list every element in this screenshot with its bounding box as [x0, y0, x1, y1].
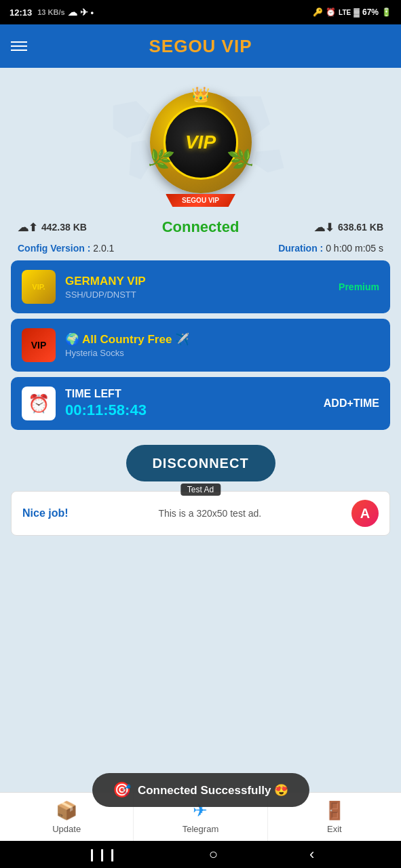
battery-percent: 67%	[362, 7, 379, 17]
medal-vip-text: VIP	[185, 132, 216, 153]
ad-label: Test Ad	[180, 484, 221, 496]
time-value: 00:11:58:43	[65, 401, 324, 419]
ad-description: This is a 320x50 test ad.	[75, 508, 345, 519]
upload-icon: ☁⬆	[18, 221, 37, 234]
menu-button[interactable]	[11, 41, 27, 51]
ad-nice-text: Nice job!	[22, 507, 69, 519]
server-card-germany[interactable]: VIP. GERMANY VIP SSH/UDP/DNSTT Premium	[11, 260, 390, 313]
config-value: 2.0.1	[93, 243, 114, 254]
server-name-2: 🌍 All Country Free ✈️	[65, 332, 379, 347]
crown-icon: 👑	[191, 86, 210, 104]
ad-brand-icon: A	[351, 500, 379, 527]
time-icon: ⏰	[22, 387, 56, 420]
ad-icon-label: A	[360, 506, 370, 521]
alarm-icon: ⏰	[326, 7, 336, 17]
signal-icon: ▓	[354, 7, 360, 17]
medal-ribbon: SEGOU VIP	[166, 194, 235, 207]
sys-home-button[interactable]: ○	[209, 846, 218, 863]
server-info-1: GERMANY VIP SSH/UDP/DNSTT	[65, 275, 339, 300]
ad-banner: Test Ad Nice job! This is a 320x50 test …	[11, 491, 390, 536]
status-bar: 12:13 13 KB/s ☁ ✈ • 🔑 ⏰ LTE ▓ 67% 🔋	[0, 0, 401, 24]
toast-notification: 🎯 Connected Successfully 😍	[92, 773, 309, 807]
status-right: 🔑 ⏰ LTE ▓ 67% 🔋	[313, 7, 392, 17]
config-version: Config Version : 2.0.1	[18, 243, 114, 254]
medal-inner: VIP	[164, 105, 238, 180]
server-badge-1: Premium	[339, 281, 379, 292]
toast-text: Connected Successfully 😍	[138, 783, 288, 797]
cloud-icon: ☁	[68, 7, 77, 18]
duration-info: Duration : 0 h:00 m:05 s	[278, 243, 383, 254]
send-icon: ✈	[80, 7, 88, 18]
server-type-1: SSH/UDP/DNSTT	[65, 290, 339, 300]
server-name-1: GERMANY VIP	[65, 275, 339, 288]
download-icon: ☁⬇	[314, 221, 334, 234]
connected-status: Connected	[162, 218, 240, 236]
add-time-button[interactable]: ADD+TIME	[324, 397, 379, 410]
exit-icon: 🚪	[324, 800, 345, 821]
upload-stat: ☁⬆ 442.38 KB	[18, 221, 87, 234]
medal-ring: 👑 VIP 🌿 🌿	[150, 92, 252, 193]
time-card[interactable]: ⏰ TIME LEFT 00:11:58:43 ADD+TIME	[11, 377, 390, 430]
stats-row: ☁⬆ 442.38 KB Connected ☁⬇ 638.61 KB	[11, 213, 390, 241]
sys-back-button[interactable]: ‹	[309, 846, 314, 863]
vip-medal: 👑 VIP 🌿 🌿 SEGOU VIP	[143, 85, 259, 200]
download-stat: ☁⬇ 638.61 KB	[314, 221, 383, 234]
update-label: Update	[52, 824, 81, 834]
server-icon-2: VIP	[22, 328, 56, 362]
server-card-allcountry[interactable]: VIP 🌍 All Country Free ✈️ Hysteria Socks	[11, 319, 390, 372]
status-network: 13 KB/s	[37, 8, 64, 16]
server-icon-label-1: VIP.	[32, 283, 45, 291]
exit-label: Exit	[327, 824, 342, 834]
server-icon-1: VIP.	[22, 270, 56, 304]
status-time: 12:13	[9, 7, 32, 18]
dot-icon: •	[91, 7, 94, 18]
sys-recent-button[interactable]: ❙❙❙	[87, 847, 117, 862]
system-nav-bar: ❙❙❙ ○ ‹	[0, 841, 401, 868]
server-type-2: Hysteria Socks	[65, 348, 379, 358]
config-label: Config Version :	[18, 243, 90, 254]
time-info: TIME LEFT 00:11:58:43	[65, 388, 324, 419]
main-content: 👑 VIP 🌿 🌿 SEGOU VIP ☁⬆ 442.38 KB Connect…	[0, 68, 401, 792]
server-icon-label-2: VIP	[31, 340, 47, 351]
menu-line-1	[11, 41, 27, 43]
menu-line-2	[11, 45, 27, 47]
app-header: SEGOU VIP	[0, 24, 401, 68]
status-left: 12:13 13 KB/s ☁ ✈ •	[9, 7, 94, 18]
key-icon: 🔑	[313, 7, 323, 17]
menu-line-3	[11, 50, 27, 51]
telegram-label: Telegram	[183, 824, 218, 834]
update-icon: 📦	[56, 800, 77, 821]
toast-icon: 🎯	[113, 781, 131, 799]
vip-badge-area: 👑 VIP 🌿 🌿 SEGOU VIP	[11, 75, 390, 210]
download-amount: 638.61 KB	[338, 222, 383, 233]
server-info-2: 🌍 All Country Free ✈️ Hysteria Socks	[65, 332, 379, 358]
disconnect-button[interactable]: DISCONNECT	[126, 445, 275, 481]
duration-value: 0 h:00 m:05 s	[326, 243, 383, 254]
time-label: TIME LEFT	[65, 388, 324, 400]
duration-label: Duration :	[278, 243, 323, 254]
battery-icon: 🔋	[381, 7, 392, 17]
lte-icon: LTE	[339, 9, 351, 16]
config-row: Config Version : 2.0.1 Duration : 0 h:00…	[11, 241, 390, 260]
app-title: SEGOU VIP	[149, 36, 252, 57]
upload-amount: 442.38 KB	[41, 222, 87, 233]
